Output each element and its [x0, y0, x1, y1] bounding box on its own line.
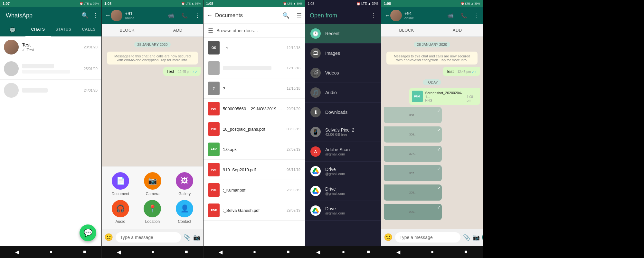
back-button-docs[interactable]: ← [207, 12, 213, 19]
doc-name-0: ...s [223, 45, 283, 50]
panel-chat-screenshot: 1:08 ⏰ LTE ▲ 39% ← +91 online 📹 📞 ⋮ BLOC… [381, 0, 483, 258]
new-chat-fab[interactable]: 💬 [80, 224, 96, 241]
emoji-icon-5[interactable]: 🙂 [384, 233, 393, 242]
recent-btn-4[interactable]: ■ [362, 248, 375, 256]
camera-input-icon-2[interactable]: 📷 [193, 234, 200, 241]
camera-input-icon-5[interactable]: 📷 [473, 234, 480, 241]
back-button-5[interactable]: ← [384, 12, 390, 19]
attach-camera[interactable]: 📷 Camera [144, 172, 161, 196]
tab-icon[interactable]: 💬 [0, 24, 25, 36]
more-icon-4[interactable]: ⋮ [371, 12, 376, 19]
browse-text: Browse other docs… [216, 28, 300, 33]
home-btn-4[interactable]: ● [337, 248, 350, 256]
more-icon-2[interactable]: ⋮ [195, 13, 200, 19]
back-btn-4[interactable]: ◀ [311, 248, 325, 256]
chat-item-3[interactable]: 24/01/20 [0, 80, 101, 101]
recent-btn-5[interactable]: ■ [459, 248, 473, 256]
attach-gallery[interactable]: 🖼 Gallery [176, 172, 193, 196]
docs-title: Documents [215, 12, 282, 19]
doc-item-4[interactable]: PDF 18_postpaid_plans.pdf 03/09/19 [204, 119, 305, 139]
images-icon: 🖼 [310, 48, 321, 58]
message-input-2[interactable] [116, 232, 181, 243]
of-item-drive-1[interactable]: Drive @gmail.com [305, 162, 381, 181]
of-item-downloads[interactable]: ⬇ Downloads [305, 103, 381, 122]
voice-call-icon-2[interactable]: 📞 [181, 13, 188, 19]
of-item-drive-3[interactable]: Drive @gmail.com [305, 201, 381, 221]
browse-bar[interactable]: ☰ Browse other docs… [204, 24, 305, 38]
audio-label: Audio [115, 219, 125, 224]
chat-item-2[interactable]: 25/01/20 [0, 58, 101, 80]
doc-icon-pdf-8: PDF [208, 203, 220, 217]
img-thumb-3: 307... ⤢ [384, 146, 442, 162]
back-btn-1[interactable]: ◀ [10, 248, 24, 256]
of-item-recent[interactable]: 🕐 Recent [305, 24, 381, 44]
doc-item-8[interactable]: PDF :_Selva Ganesh.pdf 29/09/19 [204, 200, 305, 221]
doc-item-3[interactable]: PDF 5000005660 _ 29-NOV-2019_... 20/01/2… [204, 99, 305, 119]
paperclip-icon-5[interactable]: 📎 [463, 234, 470, 241]
tabs-bar: 💬 CHATS STATUS CALLS [0, 24, 101, 36]
doc-item-1[interactable]: 12/10/18 [204, 58, 305, 78]
doc-item-6[interactable]: PDF 910_Sep2019.pdf 03/11/19 [204, 160, 305, 180]
emoji-icon-2[interactable]: 🙂 [104, 233, 113, 242]
voice-call-icon-5[interactable]: 📞 [461, 13, 467, 19]
sort-icon-docs[interactable]: ☰ [297, 12, 302, 19]
back-btn-2[interactable]: ◀ [112, 248, 126, 256]
alarm-icon-3: ⏰ [283, 2, 287, 5]
of-item-adobe[interactable]: A Adobe Scan @gmail.com [305, 142, 381, 162]
of-item-drive-2[interactable]: Drive @gmail.com [305, 181, 381, 201]
doc-name-6: 910_Sep2019.pdf [223, 167, 283, 172]
signal-4: LTE [361, 2, 367, 5]
recent-btn-3[interactable]: ■ [281, 248, 295, 256]
tab-chats[interactable]: CHATS [25, 24, 51, 36]
camera-icon: 📷 [144, 172, 161, 190]
video-call-icon-2[interactable]: 📹 [168, 13, 174, 19]
search-icon-docs[interactable]: 🔍 [282, 12, 289, 19]
back-btn-5[interactable]: ◀ [391, 248, 405, 256]
block-add-bar-5: BLOCK ADD [381, 24, 483, 37]
of-item-pixel[interactable]: 📱 Selva's Pixel 2 42.06 GB free [305, 122, 381, 142]
add-button-2[interactable]: ADD [153, 24, 204, 36]
battery-1: 39% [93, 2, 99, 5]
battery-2: 39% [195, 2, 201, 5]
attach-audio[interactable]: 🎧 Audio [112, 200, 129, 224]
home-btn-3[interactable]: ● [248, 248, 261, 256]
paperclip-icon-2[interactable]: 📎 [184, 234, 191, 241]
recent-btn-1[interactable]: ■ [78, 248, 91, 256]
attach-contact[interactable]: 👤 Contact [176, 200, 193, 224]
message-input-5[interactable] [395, 232, 460, 243]
screenshot-name: Screenshot_20200204-1... [425, 91, 464, 99]
block-button-2[interactable]: BLOCK [102, 24, 153, 36]
recent-btn-2[interactable]: ■ [180, 248, 193, 256]
attach-document[interactable]: 📄 Document [112, 172, 129, 196]
home-btn-2[interactable]: ● [146, 248, 160, 256]
attach-location[interactable]: 📍 Location [144, 200, 161, 224]
of-item-videos[interactable]: 🎬 Videos [305, 63, 381, 83]
of-item-images[interactable]: 🖼 Images [305, 44, 381, 63]
tab-status[interactable]: STATUS [51, 24, 76, 36]
panel-documents: 1:08 ⏰ LTE ▲ 39% ← Documents 🔍 ☰ ☰ Brows… [204, 0, 305, 258]
signal-bars-3: ▲ [293, 2, 296, 5]
chat-item-test[interactable]: Test ✓ Test 28/01/20 [0, 36, 101, 58]
back-btn-3[interactable]: ◀ [213, 248, 228, 256]
tab-calls[interactable]: CALLS [76, 24, 101, 36]
doc-icon-2: ? [208, 82, 220, 95]
home-btn-5[interactable]: ● [426, 248, 439, 256]
doc-item-0[interactable]: OS ...s 12/12/18 [204, 38, 305, 58]
contact-avatar-2 [111, 10, 122, 21]
video-call-icon-5[interactable]: 📹 [447, 13, 454, 19]
more-icon[interactable]: ⋮ [92, 12, 98, 19]
doc-item-7[interactable]: PDF :_Kumar.pdf 23/09/19 [204, 180, 305, 200]
home-btn-1[interactable]: ● [44, 248, 58, 256]
avatar-test [4, 40, 19, 55]
more-icon-5[interactable]: ⋮ [474, 13, 479, 19]
doc-item-5[interactable]: APK 1.0.apk 27/09/19 [204, 139, 305, 160]
of-item-audio[interactable]: 🎵 Audio [305, 83, 381, 103]
block-button-5[interactable]: BLOCK [381, 24, 432, 36]
search-icon[interactable]: 🔍 [81, 12, 89, 19]
mic-button-5[interactable]: 🎤 [482, 231, 483, 244]
doc-date-6: 03/11/19 [287, 168, 300, 172]
add-button-5[interactable]: ADD [432, 24, 483, 36]
back-button-2[interactable]: ← [105, 12, 111, 19]
doc-item-2[interactable]: ? ? 12/10/18 [204, 78, 305, 99]
img-thumb-5: 205... ⤢ [384, 184, 442, 201]
